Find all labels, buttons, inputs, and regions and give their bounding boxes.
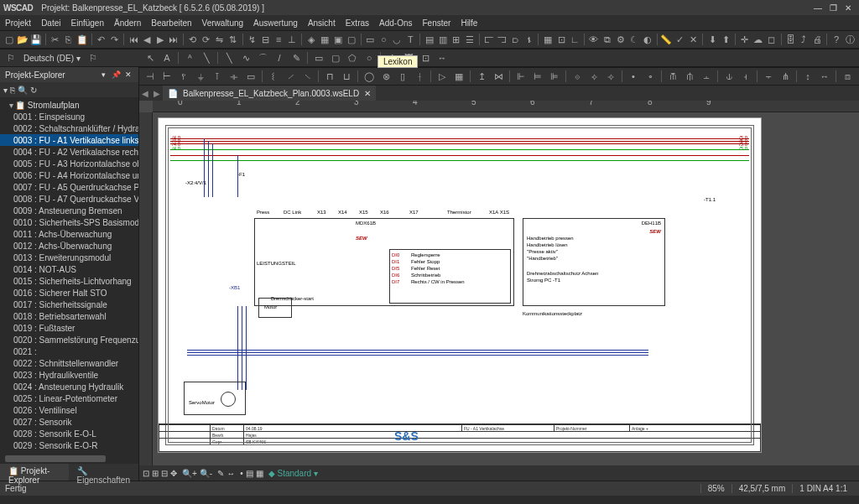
polygon-icon[interactable]: ⬠: [345, 50, 360, 65]
tree-item-0023[interactable]: 0023 : Hydraulikventile: [0, 369, 138, 381]
sym-23-icon[interactable]: ⊩: [513, 69, 528, 84]
circle-icon[interactable]: ○: [362, 50, 377, 65]
sym-28-icon[interactable]: ⟢: [603, 69, 618, 84]
layer-menu-icon[interactable]: ◆ Standard ▾: [268, 469, 318, 478]
tree-item-0005[interactable]: 0005 : FU - A3 Horizontalachse oben: [0, 158, 138, 169]
tree-item-0015[interactable]: 0015 : Sicherheits-Lichtvorhang: [0, 275, 138, 287]
tree-item-0021[interactable]: 0021 :: [0, 346, 138, 357]
point-icon[interactable]: •: [240, 469, 243, 478]
sym-12-icon[interactable]: ⊓: [322, 69, 337, 84]
tree-item-0001[interactable]: 0001 : Einspeisung: [0, 111, 138, 122]
save-icon[interactable]: 💾: [30, 32, 42, 47]
potential-icon[interactable]: ⊥: [286, 32, 298, 47]
sym-fuse-icon[interactable]: ▯: [395, 69, 410, 84]
project-tree[interactable]: ▾ 📋 Stromlaufplan0001 : Einspeisung0002 …: [0, 97, 138, 454]
tree-item-0018[interactable]: 0018 : Betriebsartenwahl: [0, 310, 138, 322]
tree-item-0016[interactable]: 0016 : Sicherer Halt STO: [0, 287, 138, 299]
freehand-icon[interactable]: ✎: [289, 50, 304, 65]
text-a-icon[interactable]: A: [159, 50, 174, 65]
grid-toggle-icon[interactable]: ▦: [256, 469, 263, 478]
collapse-icon[interactable]: ▾: [3, 86, 8, 95]
menu-verwaltung[interactable]: Verwaltung: [202, 18, 243, 28]
nav-first-icon[interactable]: ⏮: [128, 32, 139, 47]
tree-item-0024[interactable]: 0024 : Ansteuerung Hydraulik: [0, 381, 138, 392]
sym-actuator-icon[interactable]: ↥: [474, 69, 489, 84]
sym-39-icon[interactable]: ↔: [817, 69, 832, 84]
polyline-icon[interactable]: ╲: [221, 50, 237, 65]
rotate-right-icon[interactable]: ⟳: [200, 32, 212, 47]
tree-item-0002[interactable]: 0002 : Schaltschranklüfter / Hydraulikpu…: [0, 122, 138, 134]
move-icon[interactable]: ↔: [226, 469, 235, 478]
menu-datei[interactable]: Datei: [41, 18, 60, 28]
tree-item-0028[interactable]: 0028 : Sensorik E-O-L: [0, 428, 138, 439]
zoom-selected-icon[interactable]: ⊟: [161, 469, 168, 478]
tree-item-0010[interactable]: 0010 : Sicherheits-SPS Basismodul: [0, 216, 138, 228]
tree-item-0007[interactable]: 0007 : FU - A5 Querdruckachse Pressen: [0, 181, 138, 193]
sym-13-icon[interactable]: ⊔: [339, 69, 354, 84]
cloud-icon[interactable]: ☁: [752, 32, 764, 47]
line-icon[interactable]: ╲: [199, 50, 214, 65]
doc-nav-prev-icon[interactable]: ◀: [139, 89, 151, 98]
sym-1-icon[interactable]: ⊣: [143, 69, 158, 84]
check-icon[interactable]: ✓: [674, 32, 685, 47]
ortho-icon[interactable]: ∟: [569, 32, 580, 47]
menu-addons[interactable]: Add-Ons: [379, 18, 412, 28]
help-icon[interactable]: ?: [830, 32, 842, 47]
terminal-icon[interactable]: ⊟: [259, 32, 271, 47]
part-icon[interactable]: ▣: [332, 32, 344, 47]
sym-30-icon[interactable]: ∘: [643, 69, 658, 84]
cable-icon[interactable]: ≡: [273, 32, 284, 47]
sym-switch-icon[interactable]: ⟊: [412, 69, 427, 84]
sym-26-icon[interactable]: ⟐: [570, 69, 585, 84]
sym-plc-icon[interactable]: ▦: [451, 69, 466, 84]
sym-24-icon[interactable]: ⊨: [530, 69, 545, 84]
clone-icon[interactable]: ⎘: [10, 86, 15, 95]
nav-next-icon[interactable]: ▶: [154, 32, 166, 47]
pan-icon[interactable]: ✥: [170, 469, 177, 478]
tree-item-0025[interactable]: 0025 : Linear-Potentiometer: [0, 392, 138, 404]
panel-pin-icon[interactable]: 📌: [111, 70, 121, 80]
menu-einfuegen[interactable]: Einfügen: [70, 18, 103, 28]
rotate-left-icon[interactable]: ⟲: [187, 32, 199, 47]
align-left-icon[interactable]: ⫍: [483, 32, 495, 47]
edit-icon[interactable]: ✎: [217, 469, 224, 478]
sym-32-icon[interactable]: ⫛: [682, 69, 697, 84]
menu-ansicht[interactable]: Ansicht: [308, 18, 336, 28]
align-center-icon[interactable]: ⫎: [497, 32, 508, 47]
sym-25-icon[interactable]: ⊫: [547, 69, 562, 84]
refresh-icon[interactable]: ↻: [30, 86, 37, 95]
lang-picker[interactable]: Deutsch (DE) ▾: [20, 54, 84, 63]
black-box-icon[interactable]: ▢: [346, 32, 357, 47]
document-tab[interactable]: 📄 Balkenpresse_EL_Katzbeck_Plan.0003.wsE…: [163, 86, 376, 101]
mirror-v-icon[interactable]: ⇅: [227, 32, 239, 47]
sym-33-icon[interactable]: ⫠: [699, 69, 714, 84]
text-icon[interactable]: T: [404, 32, 416, 47]
canvas[interactable]: 0123456789 /4.0 /4.0 /4.0 /4.0 /5.0 /5.0: [139, 101, 859, 465]
menu-auswertung[interactable]: Auswertung: [253, 18, 298, 28]
sym-27-icon[interactable]: ⟡: [586, 69, 601, 84]
pointer-icon[interactable]: ↖: [143, 50, 158, 65]
menu-aendern[interactable]: Ändern: [114, 18, 141, 28]
search-icon[interactable]: 🔍: [18, 86, 28, 95]
menu-fenster[interactable]: Fenster: [423, 18, 451, 28]
config-icon[interactable]: ⚙: [615, 32, 627, 47]
sym-31-icon[interactable]: ⫚: [665, 69, 680, 84]
info-icon[interactable]: ⓘ: [844, 32, 856, 47]
tree-item-0027[interactable]: 0027 : Sensorik: [0, 416, 138, 428]
tree-item-0020[interactable]: 0020 : Sammelstörung Frequenzumrichter: [0, 334, 138, 346]
round-rect-icon[interactable]: ▢: [328, 50, 343, 65]
align-right-icon[interactable]: ⫐: [510, 32, 522, 47]
ellipse-icon[interactable]: ○: [377, 32, 389, 47]
small-a-icon[interactable]: ᴬ: [182, 50, 197, 65]
print-icon[interactable]: 🖨: [811, 32, 823, 47]
tree-item-0004[interactable]: 0004 : FU - A2 Vertikalachse rechts: [0, 146, 138, 158]
tree-item-0019[interactable]: 0019 : Fußtaster: [0, 322, 138, 334]
spline-icon[interactable]: ∿: [238, 50, 253, 65]
panel-close-icon[interactable]: ✕: [123, 70, 133, 80]
crosshair-icon[interactable]: ✛: [739, 32, 751, 47]
copy-icon[interactable]: ⎘: [63, 32, 75, 47]
measure-icon[interactable]: 📏: [660, 32, 672, 47]
macro-icon[interactable]: ▦: [319, 32, 331, 47]
form-icon[interactable]: ▥: [437, 32, 449, 47]
zoom-out-icon[interactable]: 🔍-: [200, 469, 212, 478]
